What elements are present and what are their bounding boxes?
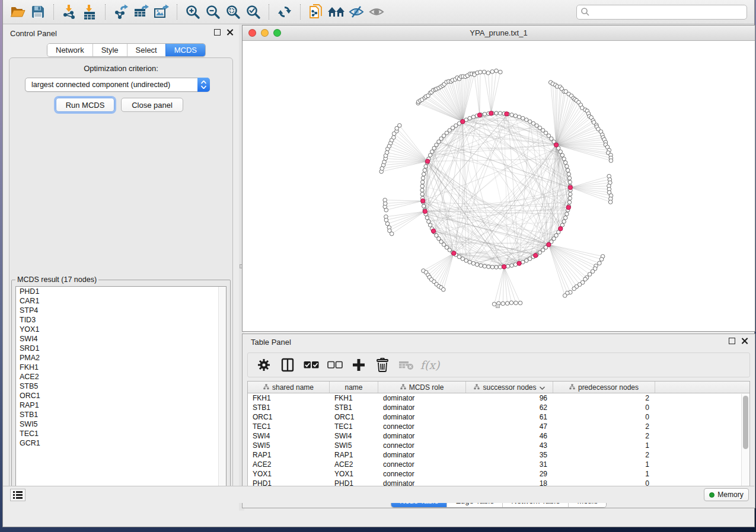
graph-node[interactable] (498, 265, 502, 269)
select-all-icon[interactable] (304, 357, 319, 373)
table-row[interactable]: TEC1TEC1connector472 (248, 422, 749, 431)
graph-node[interactable] (608, 200, 613, 204)
refresh-icon[interactable] (275, 3, 295, 21)
graph-node[interactable] (569, 193, 572, 196)
eye-slash-icon[interactable] (346, 3, 366, 21)
mcds-result-item[interactable]: TID3 (16, 315, 226, 325)
graph-node[interactable] (423, 168, 426, 172)
graph-node[interactable] (486, 71, 490, 75)
table-scrollbar-thumb[interactable] (743, 396, 748, 449)
graph-node[interactable] (583, 277, 588, 281)
graph-node[interactable] (422, 204, 426, 208)
mcds-result-item[interactable]: YOX1 (16, 325, 226, 334)
mcds-hub-node[interactable] (489, 111, 493, 116)
mcds-result-item[interactable]: ACE2 (16, 372, 226, 382)
graph-node[interactable] (420, 193, 424, 196)
table-row[interactable]: FKH1FKH1dominator962 (248, 393, 749, 403)
graph-node[interactable] (499, 70, 503, 74)
graph-node[interactable] (567, 200, 571, 204)
column-header-MCDS-role[interactable]: MCDS role (378, 382, 466, 393)
mcds-result-item[interactable]: FKH1 (16, 363, 226, 372)
graph-node[interactable] (568, 180, 572, 184)
mcds-hub-node[interactable] (559, 226, 563, 230)
graph-node[interactable] (525, 259, 528, 262)
mcds-hub-node[interactable] (452, 251, 456, 255)
graph-node[interactable] (562, 157, 566, 161)
graph-node[interactable] (421, 177, 425, 180)
network-canvas[interactable] (243, 41, 755, 331)
deselect-all-icon[interactable] (327, 357, 343, 373)
graph-node[interactable] (495, 111, 498, 115)
graph-node[interactable] (392, 136, 396, 140)
import-network-icon[interactable] (59, 3, 79, 21)
table-row[interactable]: SWI4SWI4dominator462 (248, 431, 749, 441)
graph-node[interactable] (490, 265, 494, 269)
search-input[interactable] (590, 6, 747, 18)
graph-node[interactable] (398, 124, 402, 128)
graph-node[interactable] (567, 172, 570, 176)
horizontal-splitter-grip[interactable] (496, 304, 500, 308)
mcds-hub-node[interactable] (461, 120, 465, 124)
mcds-list-scrollbar[interactable] (218, 287, 226, 494)
mcds-result-item[interactable]: SRD1 (16, 344, 226, 353)
graph-node[interactable] (495, 265, 498, 269)
graph-node[interactable] (518, 301, 522, 305)
graph-node[interactable] (385, 222, 390, 226)
graph-node[interactable] (479, 264, 483, 267)
mcds-result-item[interactable]: ORC1 (16, 391, 226, 400)
graph-node[interactable] (420, 188, 424, 192)
graph-node[interactable] (495, 69, 499, 73)
graph-node[interactable] (528, 120, 532, 123)
node-table[interactable]: shared namenameMCDS rolesuccessor nodesp… (247, 381, 750, 492)
graph-node[interactable] (390, 232, 394, 236)
graph-node[interactable] (528, 257, 532, 261)
graph-node[interactable] (383, 198, 387, 202)
table-row[interactable]: ACE2ACE2connector311 (248, 460, 749, 469)
graph-node[interactable] (510, 113, 513, 117)
column-header-successor-nodes[interactable]: successor nodes (466, 382, 553, 393)
mcds-hub-node[interactable] (566, 206, 570, 210)
mcds-result-item[interactable]: SWI5 (16, 419, 226, 429)
run-mcds-button[interactable]: Run MCDS (56, 98, 114, 112)
mcds-hub-node[interactable] (505, 112, 509, 116)
graph-node[interactable] (475, 262, 479, 266)
graph-node[interactable] (430, 150, 434, 153)
graph-node[interactable] (509, 301, 513, 305)
zoom-fit-content-icon[interactable] (223, 3, 243, 21)
graph-node[interactable] (525, 118, 528, 121)
graph-node[interactable] (468, 260, 471, 264)
graph-node[interactable] (384, 218, 388, 222)
graph-node[interactable] (490, 70, 495, 74)
graph-node[interactable] (482, 70, 486, 74)
mcds-result-item[interactable]: STB1 (16, 410, 226, 419)
graph-node[interactable] (471, 115, 475, 118)
graph-node[interactable] (563, 294, 567, 298)
graph-node[interactable] (425, 216, 429, 219)
graph-node[interactable] (566, 168, 570, 172)
column-header-shared-name[interactable]: shared name (248, 382, 330, 393)
graph-node[interactable] (428, 223, 432, 227)
graph-node[interactable] (442, 287, 446, 291)
mcds-result-item[interactable]: RAP1 (16, 400, 226, 410)
mcds-hub-node[interactable] (421, 198, 425, 203)
graph-node[interactable] (565, 165, 569, 168)
mcds-hub-node[interactable] (477, 113, 481, 117)
mcds-hub-node[interactable] (425, 159, 429, 164)
graph-node[interactable] (513, 114, 517, 117)
graph-node[interactable] (564, 161, 567, 164)
float-window-icon[interactable] (729, 338, 735, 344)
mcds-hub-node[interactable] (517, 261, 521, 265)
mcds-result-item[interactable]: PMA2 (16, 353, 226, 363)
graph-node[interactable] (483, 112, 486, 116)
export-table-icon[interactable] (131, 3, 151, 21)
column-header-name[interactable]: name (330, 382, 378, 393)
optimization-criterion-dropdown[interactable]: largest connected component (undirected) (25, 78, 210, 92)
graph-node[interactable] (424, 165, 428, 168)
graph-node[interactable] (468, 116, 471, 120)
mcds-hub-node[interactable] (534, 254, 538, 258)
graph-node[interactable] (461, 257, 464, 261)
graph-node[interactable] (517, 115, 521, 118)
graph-node[interactable] (599, 257, 604, 261)
table-row[interactable]: ORC1ORC1dominator610 (248, 412, 749, 422)
mcds-result-item[interactable]: PHD1 (16, 287, 226, 296)
